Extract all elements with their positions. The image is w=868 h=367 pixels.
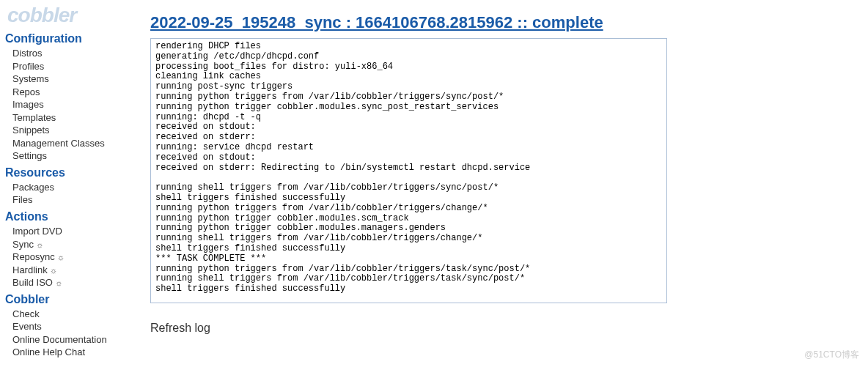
gear-icon: ☼ bbox=[34, 240, 43, 249]
logo: cobbler bbox=[4, 4, 147, 27]
nav-item-build-iso[interactable]: Build ISO ☼ bbox=[12, 276, 147, 289]
sidebar: cobbler ConfigurationDistrosProfilesSyst… bbox=[0, 0, 147, 367]
nav-item-reposync[interactable]: Reposync ☼ bbox=[12, 251, 147, 264]
nav-list: Import DVDSync ☼Reposync ☼Hardlink ☼Buil… bbox=[4, 225, 147, 289]
nav-item-repos[interactable]: Repos bbox=[12, 86, 147, 99]
nav-list: CheckEventsOnline DocumentationOnline He… bbox=[4, 308, 147, 359]
watermark: @51CTO博客 bbox=[804, 349, 859, 361]
nav-item-import-dvd[interactable]: Import DVD bbox=[12, 225, 147, 238]
nav-list: PackagesFiles bbox=[4, 181, 147, 207]
nav-item-settings[interactable]: Settings bbox=[12, 149, 147, 163]
nav-item-systems[interactable]: Systems bbox=[12, 73, 147, 86]
nav-item-templates[interactable]: Templates bbox=[12, 111, 147, 125]
section-header-cobbler: Cobbler bbox=[4, 289, 147, 308]
refresh-log-link[interactable]: Refresh log bbox=[150, 322, 853, 335]
nav-item-distros[interactable]: Distros bbox=[12, 47, 147, 60]
sidebar-sections: ConfigurationDistrosProfilesSystemsRepos… bbox=[4, 29, 147, 359]
nav-item-hardlink[interactable]: Hardlink ☼ bbox=[12, 264, 147, 277]
main-content: 2022-09-25_195248_sync : 1664106768.2815… bbox=[147, 0, 868, 367]
nav-item-online-documentation[interactable]: Online Documentation bbox=[12, 333, 147, 346]
nav-item-events[interactable]: Events bbox=[12, 320, 147, 333]
section-header-configuration: Configuration bbox=[4, 29, 147, 47]
nav-item-sync[interactable]: Sync ☼ bbox=[12, 238, 147, 251]
nav-item-online-help-chat[interactable]: Online Help Chat bbox=[12, 346, 147, 359]
section-header-resources: Resources bbox=[4, 163, 147, 181]
gear-icon: ☼ bbox=[53, 278, 62, 287]
nav-item-profiles[interactable]: Profiles bbox=[12, 60, 147, 73]
nav-item-packages[interactable]: Packages bbox=[12, 181, 147, 194]
nav-item-files[interactable]: Files bbox=[12, 193, 147, 207]
nav-item-snippets[interactable]: Snippets bbox=[12, 124, 147, 137]
section-header-actions: Actions bbox=[4, 207, 147, 225]
gear-icon: ☼ bbox=[55, 253, 65, 262]
nav-item-images[interactable]: Images bbox=[12, 98, 147, 111]
nav-item-management-classes[interactable]: Management Classes bbox=[12, 137, 147, 150]
nav-item-check[interactable]: Check bbox=[12, 308, 147, 321]
nav-list: DistrosProfilesSystemsReposImagesTemplat… bbox=[4, 47, 147, 163]
log-output[interactable] bbox=[150, 38, 667, 303]
gear-icon: ☼ bbox=[48, 266, 57, 275]
page-title: 2022-09-25_195248_sync : 1664106768.2815… bbox=[150, 13, 853, 32]
